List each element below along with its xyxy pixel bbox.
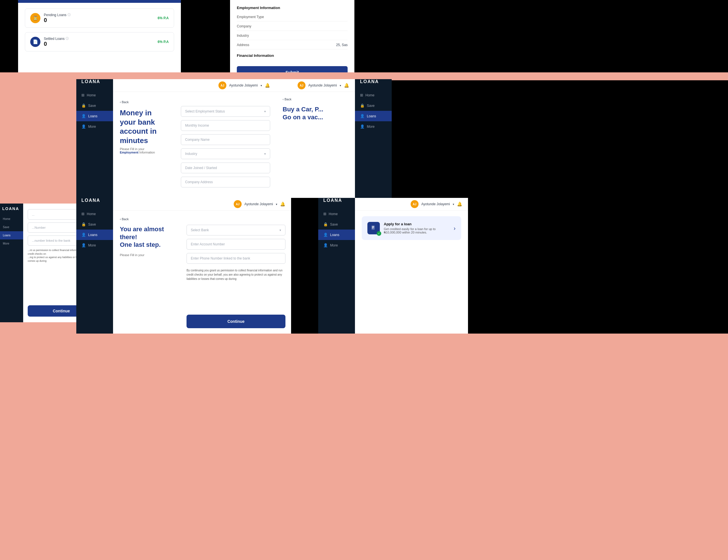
employment-type-row: Employment Type bbox=[237, 13, 348, 21]
user-name-c: Ayotunde Jolayemi bbox=[229, 83, 258, 87]
nav-loans-f[interactable]: 👤 Loans bbox=[76, 230, 113, 240]
monthly-income-placeholder: Monthly Income bbox=[185, 124, 209, 127]
nav-loans-e[interactable]: Loans bbox=[0, 231, 23, 239]
company-address-field[interactable]: Company Address bbox=[181, 177, 270, 187]
nav-save-f[interactable]: 🔒 Save bbox=[76, 219, 113, 230]
bell-icon-f[interactable]: 🔔 bbox=[280, 202, 286, 207]
bell-icon-c[interactable]: 🔔 bbox=[265, 83, 270, 88]
nav-home-label-d: Home bbox=[365, 93, 374, 97]
bottom-right-black bbox=[468, 198, 728, 334]
employment-status-field[interactable]: Select Employment Status ▾ bbox=[181, 106, 270, 117]
nav-more-d[interactable]: 👤 More bbox=[355, 121, 392, 132]
settled-label: Settled Loans ⓘ bbox=[44, 36, 69, 41]
nav-home-d[interactable]: ⊞ Home bbox=[355, 90, 392, 100]
pending-loans-card: ⏳ Pending Loans ⓘ 0 6% P.A bbox=[25, 8, 174, 28]
bank-select-field[interactable]: Select Bank ▾ bbox=[187, 225, 286, 235]
employment-status-placeholder: Select Employment Status bbox=[185, 109, 225, 113]
apply-loan-title: Apply for a loan bbox=[384, 222, 450, 226]
nav-more-label-g: More bbox=[330, 243, 338, 247]
nav-home-label-g: Home bbox=[329, 212, 338, 216]
nav-save-c[interactable]: 🔒 Save bbox=[76, 100, 113, 111]
employment-form-panel: AJ Ayotunde Jolayemi ▾ 🔔 ‹ Back Money in… bbox=[113, 79, 276, 198]
bank-form-title-area: ‹ Back You are almost there! One last st… bbox=[113, 211, 181, 334]
home-icon-f: ⊞ bbox=[81, 212, 85, 216]
nav-save-label-f: Save bbox=[88, 222, 96, 226]
employment-info-panel: Employment Information Employment Type C… bbox=[230, 0, 355, 72]
back-btn-f[interactable]: ‹ Back bbox=[120, 217, 174, 221]
company-name-field[interactable]: Company Name bbox=[181, 134, 270, 145]
nav-save-g[interactable]: 🔒 Save bbox=[318, 219, 355, 230]
account-number-field[interactable]: Enter Account Number bbox=[187, 239, 286, 250]
save-icon-d: 🔒 bbox=[360, 103, 364, 108]
continue-button-f[interactable]: Continue bbox=[187, 315, 286, 328]
user-name-g: Ayotunde Jolayemi bbox=[421, 202, 450, 206]
home-screen-panel: AJ Ayotunde Jolayemi ▾ 🔔 ✓ Apply for bbox=[355, 198, 468, 334]
back-btn-d[interactable]: ‹ Back bbox=[283, 98, 348, 101]
submit-button[interactable]: Submit bbox=[237, 66, 348, 72]
nav-more-e[interactable]: More bbox=[0, 239, 23, 248]
nav-more-f[interactable]: 👤 More bbox=[76, 240, 113, 250]
check-badge: ✓ bbox=[377, 231, 381, 236]
home-icon-c: ⊞ bbox=[81, 93, 85, 97]
loans-label-e: Loans bbox=[3, 234, 10, 237]
loana-logo-c: LOANA bbox=[76, 79, 113, 90]
home-label-e: Home bbox=[3, 217, 10, 220]
user-name-f: Ayotunde Jolayemi bbox=[245, 202, 273, 206]
more-label-e: More bbox=[3, 242, 9, 245]
nav-loans-c[interactable]: 👤 Loans bbox=[76, 111, 113, 121]
phone-number-field[interactable]: Enter Phone Number linked to the bank bbox=[187, 253, 286, 264]
buy-car-panel: AJ Ayotunde Jolayemi ▾ 🔔 ‹ Back Buy a Ca… bbox=[276, 79, 355, 198]
chevron-employment-status: ▾ bbox=[264, 110, 266, 113]
nav-save-e[interactable]: Save bbox=[0, 223, 23, 231]
nav-more-label-d: More bbox=[367, 125, 374, 129]
industry-placeholder: Industry bbox=[185, 152, 197, 156]
industry-field[interactable]: Industry ▾ bbox=[181, 148, 270, 159]
back-btn-c[interactable]: ‹ Back bbox=[120, 100, 169, 104]
nav-loans-g[interactable]: 👤 Loans bbox=[318, 230, 355, 240]
address-value: 25, Sas bbox=[336, 43, 348, 47]
bank-select-placeholder: Select Bank bbox=[191, 228, 209, 232]
back-chevron-c: ‹ bbox=[120, 100, 121, 104]
nav-home-f[interactable]: ⊞ Home bbox=[76, 209, 113, 219]
more-icon-g: 👤 bbox=[323, 243, 328, 247]
form-main-title-c: Money in your bank account in minutes bbox=[120, 108, 169, 145]
top-center-black bbox=[181, 0, 230, 72]
apply-loan-chevron: › bbox=[453, 225, 455, 232]
employment-form-sidebar: LOANA ⊞ Home 🔒 Save 👤 Loans 👤 More bbox=[76, 79, 113, 198]
nav-save-label-g: Save bbox=[330, 222, 338, 226]
nav-more-g[interactable]: 👤 More bbox=[318, 240, 355, 250]
svg-rect-1 bbox=[372, 226, 374, 227]
save-icon-c: 🔒 bbox=[81, 103, 86, 108]
nav-loans-d[interactable]: 👤 Loans bbox=[355, 111, 392, 121]
company-address-placeholder: Company Address bbox=[185, 180, 213, 184]
address-label: Address bbox=[237, 43, 249, 47]
loans-icon-c: 👤 bbox=[81, 114, 86, 118]
loans-panel: ⏳ Pending Loans ⓘ 0 6% P.A 📄 bbox=[18, 0, 181, 72]
loana-logo-e: LOANA bbox=[0, 204, 23, 215]
nav-more-c[interactable]: 👤 More bbox=[76, 121, 113, 132]
chevron-user-g: ▾ bbox=[453, 203, 454, 206]
nav-home-c[interactable]: ⊞ Home bbox=[76, 90, 113, 100]
nav-save-d[interactable]: 🔒 Save bbox=[355, 100, 392, 111]
svg-rect-2 bbox=[372, 227, 374, 227]
document-icon bbox=[370, 225, 377, 231]
date-joined-field[interactable]: Date Joined / Started bbox=[181, 163, 270, 173]
apply-loan-card[interactable]: ✓ Apply for a loan Get credited easily f… bbox=[362, 216, 461, 240]
disclaimer-text: By continuing you grant us permission to… bbox=[187, 268, 286, 281]
financial-section-title: Financial Information bbox=[237, 53, 348, 58]
bell-icon-g[interactable]: 🔔 bbox=[457, 202, 462, 207]
nav-home-g[interactable]: ⊞ Home bbox=[318, 209, 355, 219]
home-icon-g: ⊞ bbox=[323, 212, 327, 216]
more-icon-c: 👤 bbox=[81, 124, 86, 129]
nav-save-label-d: Save bbox=[367, 104, 374, 108]
company-name-placeholder: Company Name bbox=[185, 138, 210, 142]
monthly-income-field[interactable]: Monthly Income bbox=[181, 120, 270, 131]
nav-more-label-f: More bbox=[88, 243, 96, 247]
nav-home-e[interactable]: Home bbox=[0, 215, 23, 223]
nav-more-label-c: More bbox=[88, 125, 96, 129]
topbar-c: AJ Ayotunde Jolayemi ▾ 🔔 bbox=[113, 79, 276, 92]
bell-icon-d[interactable]: 🔔 bbox=[344, 83, 349, 88]
bank-form-note: Please Fill in your bbox=[120, 253, 174, 257]
topbar-d: AJ Ayotunde Jolayemi ▾ 🔔 bbox=[276, 79, 355, 92]
settled-count: 0 bbox=[44, 41, 69, 47]
